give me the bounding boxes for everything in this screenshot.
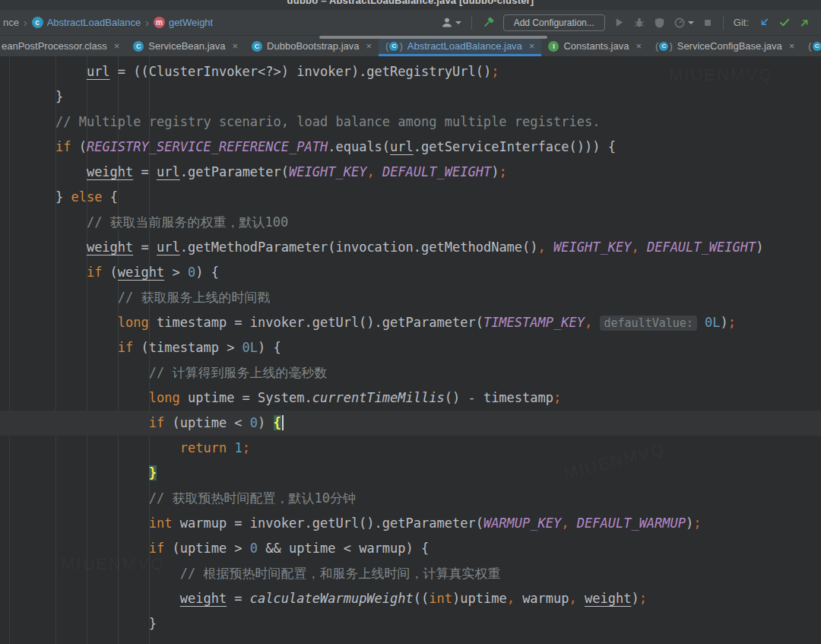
tab-label: eanPostProcessor.class	[2, 40, 107, 52]
code-line: if (uptime < 0) {	[0, 411, 821, 436]
close-icon[interactable]: ×	[529, 40, 535, 52]
code-line: long uptime = System.currentTimeMillis()…	[24, 385, 821, 411]
breadcrumb-class[interactable]: c AbstractLoadBalance	[32, 17, 141, 28]
stop-button[interactable]	[702, 17, 713, 28]
code-line: if (weight > 0) {	[24, 260, 821, 285]
code-line: }	[24, 84, 821, 109]
breadcrumb: nce › c AbstractLoadBalance › m getWeigh…	[3, 17, 213, 29]
code-line: if (REGISTRY_SERVICE_REFERENCE_PATH.equa…	[24, 135, 821, 160]
git-commit-button[interactable]	[778, 17, 791, 28]
code-line: }	[24, 461, 821, 486]
breadcrumb-class-label: AbstractLoadBalance	[47, 17, 141, 28]
run-button[interactable]	[613, 17, 625, 28]
code-line: if (uptime > 0 && uptime < warmup) {	[24, 536, 821, 561]
git-label: Git:	[734, 17, 749, 28]
tab-label: DubboBootstrap.java	[267, 40, 359, 52]
code-line: long timestamp = invoker.getUrl().getPar…	[24, 310, 821, 335]
class-icon: C	[813, 42, 821, 51]
tab-AbstractLoadBalance.java[interactable]: (C)AbstractLoadBalance.java×	[379, 36, 541, 56]
breadcrumb-method-label: getWeight	[169, 17, 213, 28]
code-line: if (timestamp > 0L) {	[24, 335, 821, 360]
tab-DubboBootstrap.java[interactable]: CDubboBootstrap.java×	[245, 36, 379, 56]
close-icon[interactable]: ×	[366, 40, 372, 52]
chevron-down-icon	[455, 21, 461, 24]
code-line: // 计算得到服务上线的毫秒数	[24, 360, 821, 385]
git-update-button[interactable]	[759, 17, 770, 28]
tab-Constants.java[interactable]: IConstants.java×	[541, 36, 648, 56]
user-icon	[441, 17, 453, 29]
breadcrumb-separator-icon: ›	[145, 17, 149, 29]
abstract-class-icon: (C)	[385, 40, 403, 52]
code-line: weight = calculateWarmupWeight((int)upti…	[24, 586, 821, 611]
class-icon: C	[252, 41, 262, 52]
bug-icon	[633, 17, 645, 29]
breadcrumb-separator-icon: ›	[24, 17, 27, 29]
code-line: weight = url.getParameter(WEIGHT_KEY, DE…	[24, 160, 821, 185]
close-icon[interactable]: ×	[114, 40, 120, 52]
close-icon[interactable]: ×	[789, 40, 795, 52]
code-line: int warmup = invoker.getUrl().getParamet…	[24, 511, 821, 536]
class-icon: C	[659, 42, 668, 51]
profiler-button[interactable]	[674, 17, 694, 29]
main-toolbar: nce › c AbstractLoadBalance › m getWeigh…	[0, 10, 821, 36]
tab-label: Constants.java	[563, 40, 629, 52]
code-line: url = ((ClusterInvoker<?>) invoker).getR…	[24, 59, 821, 84]
code-line: // 获取当前服务的权重，默认100	[24, 210, 821, 235]
git-pull-arrow-icon	[759, 17, 770, 28]
code-area[interactable]: url = ((ClusterInvoker<?>) invoker).getR…	[0, 56, 821, 636]
tab-label: ServiceConfigBase.java	[677, 40, 782, 52]
commit-check-icon	[778, 17, 791, 28]
breadcrumb-package-cut[interactable]: nce	[3, 17, 19, 28]
user-account-button[interactable]	[441, 17, 461, 29]
tab-ServiceConfigBase.java[interactable]: (C)ServiceConfigBase.java×	[648, 36, 801, 56]
code-line: // 根据预热时间配置，和服务上线时间，计算真实权重	[24, 561, 821, 586]
git-push-arrow-icon	[799, 17, 810, 28]
breadcrumb-method[interactable]: m getWeight	[154, 17, 213, 28]
class-icon: c	[32, 17, 43, 28]
coverage-shield-icon	[654, 17, 665, 29]
method-icon: m	[154, 17, 165, 28]
code-editor[interactable]: MIUENMVQ MIUENMVQ MIUENMVQ url = ((Clust…	[0, 56, 821, 644]
window-title: dubbo – AbstractLoadBalance.java [dubbo-…	[0, 0, 821, 6]
profiler-gauge-icon	[674, 17, 686, 29]
run-toolbar: Add Configuration...	[441, 14, 810, 31]
abstract-class-icon: (C)	[655, 40, 673, 52]
chevron-down-icon	[688, 21, 694, 24]
code-line: return 1;	[24, 436, 821, 461]
class-icon: C	[133, 41, 144, 52]
window-title-bar: dubbo – AbstractLoadBalance.java [dubbo-…	[0, 0, 821, 10]
git-push-button[interactable]	[799, 17, 810, 28]
close-icon[interactable]: ×	[636, 40, 642, 52]
code-line: }	[24, 611, 821, 636]
text-caret	[282, 415, 284, 430]
stop-icon	[702, 17, 713, 28]
run-with-coverage-button[interactable]	[654, 17, 665, 29]
class-icon: C	[389, 42, 398, 51]
add-configuration-button[interactable]: Add Configuration...	[503, 14, 605, 31]
build-button[interactable]	[482, 16, 495, 29]
tab-label: ServiceBean.java	[148, 40, 225, 52]
code-line: } else {	[24, 185, 821, 210]
tab-eanPostProcessor.class[interactable]: eanPostProcessor.class×	[0, 36, 126, 56]
close-icon[interactable]: ×	[233, 40, 239, 52]
tab-ServiceBean.java[interactable]: CServiceBean.java×	[126, 36, 245, 56]
tab-AbstractInterfaceConfig.java[interactable]: (C)AbstractInterfaceConfig.java×	[801, 36, 821, 56]
code-line: // 获取服务上线的时间戳	[24, 285, 821, 310]
hammer-icon	[482, 16, 495, 29]
tab-scrollbar-thumb[interactable]	[319, 36, 547, 39]
code-line: weight = url.getMethodParameter(invocati…	[24, 235, 821, 260]
abstract-class-icon: (C)	[808, 40, 821, 52]
tab-bar: eanPostProcessor.class×CServiceBean.java…	[0, 36, 821, 56]
toolbar-divider	[471, 16, 472, 30]
interface-icon: I	[548, 41, 559, 52]
play-icon	[613, 17, 625, 28]
debug-button[interactable]	[633, 17, 645, 29]
code-line: // 获取预热时间配置，默认10分钟	[24, 486, 821, 511]
toolbar-divider	[723, 16, 724, 30]
tab-label: AbstractLoadBalance.java	[407, 40, 522, 52]
code-line: // Multiple registry scenario, load bala…	[24, 109, 821, 135]
